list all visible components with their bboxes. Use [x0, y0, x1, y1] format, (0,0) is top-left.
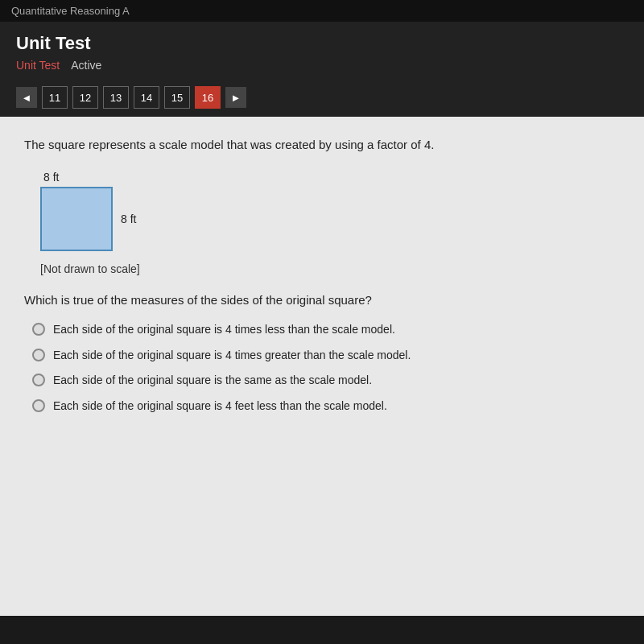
- not-to-scale-label: [Not drawn to scale]: [40, 262, 620, 275]
- radio-4[interactable]: [32, 399, 45, 412]
- nav-btn-16[interactable]: 16: [195, 86, 221, 109]
- option-3[interactable]: Each side of the original square is the …: [32, 373, 620, 389]
- option-1[interactable]: Each side of the original square is 4 ti…: [32, 322, 620, 338]
- nav-btn-11[interactable]: 11: [42, 86, 68, 109]
- diagram-area: 8 ft 8 ft: [40, 171, 620, 251]
- subtitle-row: Unit Test Active: [16, 59, 628, 72]
- nav-bar: ◄ 11 12 13 14 15 16 ►: [16, 80, 628, 117]
- nav-btn-13[interactable]: 13: [103, 86, 129, 109]
- scale-square: [40, 187, 113, 251]
- radio-2[interactable]: [32, 349, 45, 361]
- sub-question: Which is true of the measures of the sid…: [24, 291, 620, 310]
- dim-label-right: 8 ft: [121, 213, 136, 225]
- option-3-label: Each side of the original square is the …: [53, 373, 372, 389]
- next-button[interactable]: ►: [225, 87, 246, 108]
- content-area: The square represents a scale model that…: [0, 117, 644, 616]
- prev-button[interactable]: ◄: [16, 87, 37, 108]
- screen: Quantitative Reasoning A Unit Test Unit …: [0, 0, 644, 644]
- option-4[interactable]: Each side of the original square is 4 fe…: [32, 398, 620, 415]
- question-intro: The square represents a scale model that…: [24, 136, 620, 155]
- page-title: Unit Test: [16, 33, 628, 54]
- dim-label-top: 8 ft: [43, 171, 59, 184]
- options-list: Each side of the original square is 4 ti…: [32, 322, 620, 414]
- unit-test-link[interactable]: Unit Test: [16, 59, 60, 72]
- top-bar: Quantitative Reasoning A: [0, 0, 644, 22]
- option-2-label: Each side of the original square is 4 ti…: [53, 348, 411, 364]
- nav-btn-14[interactable]: 14: [134, 86, 159, 109]
- nav-btn-12[interactable]: 12: [72, 86, 98, 109]
- nav-btn-15[interactable]: 15: [164, 86, 190, 109]
- status-label: Active: [71, 59, 101, 72]
- radio-1[interactable]: [32, 323, 45, 336]
- header-section: Unit Test Unit Test Active ◄ 11 12 13 14…: [0, 22, 644, 117]
- option-2[interactable]: Each side of the original square is 4 ti…: [32, 348, 620, 364]
- option-1-label: Each side of the original square is 4 ti…: [53, 322, 395, 338]
- option-4-label: Each side of the original square is 4 fe…: [53, 398, 387, 415]
- radio-3[interactable]: [32, 374, 45, 386]
- square-row: 8 ft: [40, 187, 136, 251]
- course-label: Quantitative Reasoning A: [11, 5, 130, 17]
